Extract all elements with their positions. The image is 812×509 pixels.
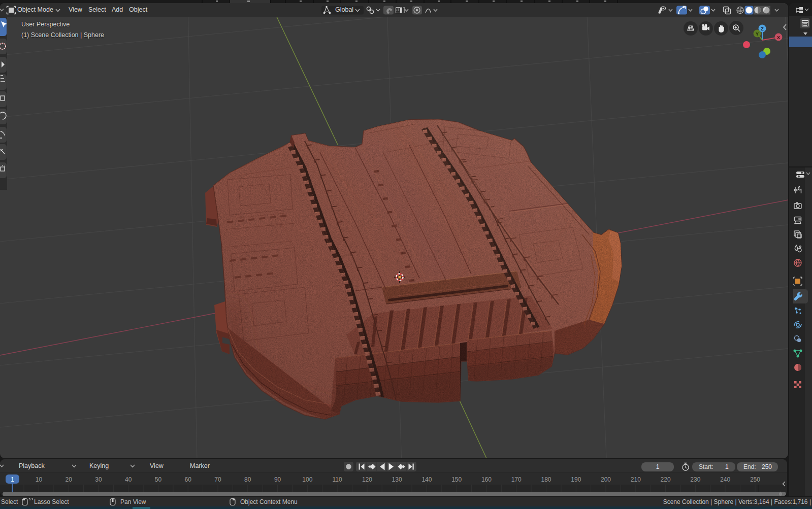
svg-text:50: 50	[155, 476, 162, 483]
svg-text:210: 210	[631, 476, 641, 483]
svg-text:40: 40	[125, 476, 132, 483]
svg-text:100: 100	[302, 476, 312, 483]
svg-text:10: 10	[36, 476, 43, 483]
svg-text:Z: Z	[761, 26, 764, 31]
svg-text:250: 250	[762, 463, 772, 470]
svg-text:250: 250	[750, 476, 760, 483]
svg-text:Pan View: Pan View	[120, 498, 146, 505]
svg-text:70: 70	[214, 476, 221, 483]
svg-text:200: 200	[601, 476, 611, 483]
svg-text:170: 170	[511, 476, 522, 483]
svg-text:160: 160	[481, 476, 492, 483]
svg-text:30: 30	[95, 476, 102, 483]
svg-text:110: 110	[333, 476, 342, 483]
svg-text:X: X	[777, 35, 780, 40]
svg-text:Lasso Select: Lasso Select	[34, 498, 69, 505]
svg-text:20: 20	[66, 476, 73, 483]
svg-text:80: 80	[244, 476, 251, 483]
svg-text:Start:: Start:	[699, 463, 713, 470]
svg-text:190: 190	[571, 476, 581, 483]
svg-text:1: 1	[656, 463, 660, 470]
svg-text:240: 240	[720, 476, 730, 483]
svg-text:230: 230	[690, 476, 700, 483]
svg-text:End:: End:	[743, 463, 756, 470]
svg-text:220: 220	[661, 476, 671, 483]
svg-text:140: 140	[421, 476, 432, 483]
svg-text:1: 1	[11, 476, 14, 483]
svg-text:150: 150	[451, 476, 462, 483]
svg-text:120: 120	[362, 476, 372, 483]
svg-text:90: 90	[274, 476, 281, 483]
svg-text:130: 130	[392, 476, 402, 483]
svg-text:Select: Select	[1, 498, 18, 505]
svg-text:Object Context Menu: Object Context Menu	[240, 498, 298, 505]
svg-text:Y: Y	[756, 31, 759, 37]
svg-text:1: 1	[725, 463, 729, 470]
svg-text:Scene Collection | Sphere | Ve: Scene Collection | Sphere | Verts:3,164 …	[663, 498, 811, 505]
svg-text:180: 180	[541, 476, 551, 483]
svg-text:60: 60	[185, 476, 192, 483]
